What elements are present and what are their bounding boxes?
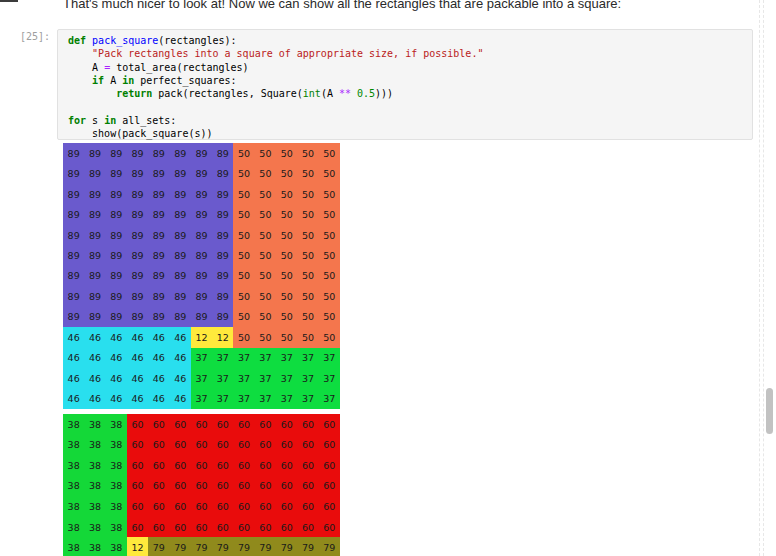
grid-cell: 89: [212, 204, 233, 224]
grid-cell: 89: [148, 286, 169, 306]
grid-cell: 60: [276, 435, 297, 456]
grid-cell: 79: [191, 537, 212, 556]
grid-cell: 46: [170, 368, 191, 388]
grid-cell: 60: [191, 414, 212, 435]
code-line: A = total_area(rectangles): [68, 61, 752, 74]
grid-cell: 50: [276, 143, 297, 163]
grid-cell: 50: [276, 204, 297, 224]
grid-cell: 89: [191, 245, 212, 265]
grid-cell: 60: [170, 455, 191, 476]
vertical-scrollbar-thumb[interactable]: [766, 388, 773, 434]
grid-cell: 46: [84, 368, 105, 388]
grid-cell: 60: [255, 455, 276, 476]
grid-cell: 46: [63, 368, 84, 388]
grid-cell: 50: [255, 266, 276, 286]
grid-cell: 12: [191, 327, 212, 347]
grid-cell: 38: [63, 537, 84, 556]
output-packed-square-grid-2: 3838386060606060606060606038383860606060…: [63, 414, 340, 556]
grid-cell: 46: [148, 327, 169, 347]
grid-cell: 89: [106, 184, 127, 204]
grid-cell: 89: [191, 204, 212, 224]
code-line: return pack(rectangles, Square(int(A ** …: [68, 87, 752, 100]
grid-cell: 50: [319, 307, 340, 327]
grid-cell: 50: [233, 327, 254, 347]
grid-cell: 60: [319, 414, 340, 435]
grid-cell: 46: [148, 368, 169, 388]
grid-cell: 50: [319, 245, 340, 265]
grid-cell: 89: [212, 266, 233, 286]
grid-cell: 46: [127, 348, 148, 368]
grid-cell: 50: [255, 327, 276, 347]
grid-cell: 60: [212, 517, 233, 538]
grid-cell: 89: [170, 307, 191, 327]
grid-cell: 60: [127, 496, 148, 517]
grid-cell: 89: [84, 245, 105, 265]
grid-cell: 79: [319, 537, 340, 556]
grid-cell: 37: [276, 389, 297, 409]
grid-cell: 79: [297, 537, 318, 556]
grid-cell: 38: [106, 476, 127, 497]
grid-cell: 38: [106, 414, 127, 435]
grid-cell: 37: [233, 348, 254, 368]
grid-cell: 50: [276, 163, 297, 183]
grid-cell: 46: [127, 368, 148, 388]
grid-cell: 60: [297, 455, 318, 476]
grid-cell: 50: [319, 163, 340, 183]
grid-cell: 89: [84, 204, 105, 224]
grid-cell: 60: [255, 435, 276, 456]
grid-cell: 46: [106, 327, 127, 347]
grid-cell: 60: [170, 435, 191, 456]
grid-cell: 89: [191, 143, 212, 163]
grid-cell: 50: [276, 307, 297, 327]
grid-cell: 37: [297, 389, 318, 409]
grid-cell: 89: [63, 184, 84, 204]
grid-cell: 89: [106, 286, 127, 306]
grid-cell: 60: [170, 496, 191, 517]
grid-cell: 60: [319, 496, 340, 517]
code-cell[interactable]: def pack_square(rectangles): "Pack recta…: [57, 29, 753, 140]
grid-cell: 50: [297, 327, 318, 347]
grid-cell: 50: [233, 307, 254, 327]
grid-cell: 60: [276, 496, 297, 517]
grid-cell: 50: [255, 163, 276, 183]
grid-cell: 89: [84, 163, 105, 183]
grid-cell: 46: [63, 389, 84, 409]
grid-cell: 60: [148, 435, 169, 456]
grid-cell: 89: [84, 266, 105, 286]
grid-cell: 60: [297, 414, 318, 435]
grid-cell: 89: [127, 143, 148, 163]
grid-cell: 60: [276, 517, 297, 538]
grid-cell: 38: [106, 435, 127, 456]
grid-cell: 37: [276, 368, 297, 388]
grid-cell: 50: [233, 143, 254, 163]
grid-cell: 60: [319, 476, 340, 497]
grid-cell: 60: [127, 455, 148, 476]
code-content[interactable]: def pack_square(rectangles): "Pack recta…: [58, 30, 752, 140]
grid-cell: 89: [148, 184, 169, 204]
grid-cell: 89: [106, 245, 127, 265]
grid-cell: 60: [297, 476, 318, 497]
grid-cell: 60: [233, 435, 254, 456]
gutter-line: [763, 0, 764, 556]
grid-cell: 50: [233, 204, 254, 224]
grid-cell: 79: [148, 537, 169, 556]
grid-cell: 89: [106, 225, 127, 245]
grid-cell: 46: [106, 348, 127, 368]
grid-cell: 46: [170, 348, 191, 368]
grid-cell: 89: [212, 245, 233, 265]
grid-cell: 89: [106, 163, 127, 183]
grid-cell: 50: [255, 225, 276, 245]
grid-cell: 89: [191, 307, 212, 327]
grid-cell: 60: [233, 496, 254, 517]
grid-cell: 89: [170, 286, 191, 306]
grid-cell: 50: [233, 286, 254, 306]
grid-cell: 89: [170, 143, 191, 163]
grid-cell: 89: [191, 225, 212, 245]
grid-cell: 89: [63, 266, 84, 286]
grid-cell: 60: [319, 517, 340, 538]
grid-cell: 46: [84, 389, 105, 409]
grid-cell: 50: [233, 266, 254, 286]
grid-cell: 89: [191, 163, 212, 183]
grid-cell: 60: [297, 435, 318, 456]
grid-cell: 89: [63, 245, 84, 265]
